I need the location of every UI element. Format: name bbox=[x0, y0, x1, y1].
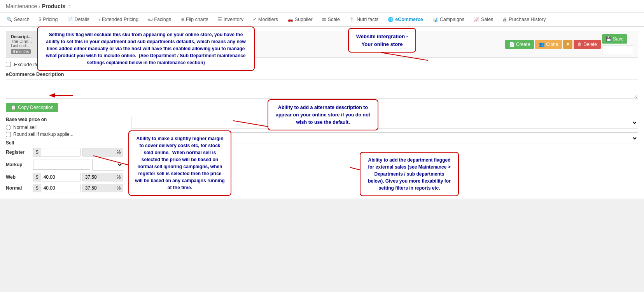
save-icon: 💾 bbox=[606, 36, 612, 42]
register-input-group: $ bbox=[33, 148, 80, 157]
sell-label: Sell bbox=[6, 140, 123, 146]
modifiers-icon: ✓ bbox=[253, 17, 257, 22]
normal-input-group: $ bbox=[33, 184, 80, 192]
normal-price-row: Normal $ % bbox=[6, 184, 123, 192]
tab-sales[interactable]: 📈 Sales bbox=[469, 13, 498, 27]
markup-input[interactable] bbox=[33, 160, 90, 170]
breadcrumb-path: Maintenance bbox=[6, 3, 37, 9]
tab-extended-pricing[interactable]: › Extended Pricing bbox=[94, 13, 144, 27]
round-sell-row: Round sell if markup applie... bbox=[6, 132, 123, 137]
tab-campaigns[interactable]: 📊 Campaigns bbox=[428, 13, 469, 27]
flip-charts-icon: ⊞ bbox=[180, 17, 184, 22]
extended-pricing-icon: › bbox=[99, 17, 100, 22]
lower-section: Base web price on Normal sell Round sell… bbox=[6, 117, 638, 195]
tab-purchase-history[interactable]: 🖨 Purchase History bbox=[498, 13, 550, 27]
desc-label: Descript... bbox=[11, 34, 36, 39]
deactivate-button[interactable]: ✕ Deactivate bbox=[79, 43, 118, 53]
round-sell-label: Round sell if markup applie... bbox=[13, 132, 74, 137]
round-sell-checkbox[interactable] bbox=[6, 132, 11, 137]
web-pct-group: % bbox=[82, 173, 124, 181]
tab-bar: 🔍 Search $ Pricing 📄 Details › Extended … bbox=[0, 13, 644, 27]
web-price-row: Web $ % bbox=[6, 173, 123, 181]
tab-nutri-facts[interactable]: 🍴 Nutri facts bbox=[345, 13, 383, 27]
copy-description-button[interactable]: 📋 Copy Description bbox=[6, 103, 58, 112]
color-input[interactable] bbox=[602, 46, 633, 54]
breadcrumb-pin-icon: ↑ bbox=[68, 3, 71, 9]
web-input-group: $ bbox=[33, 173, 80, 181]
clone-dropdown-button[interactable]: ▼ bbox=[563, 40, 572, 49]
normal-value1[interactable] bbox=[41, 184, 80, 192]
pricing-icon: $ bbox=[39, 17, 42, 22]
register-pct-group: % bbox=[82, 148, 124, 157]
ecommerce-dropdown-1[interactable] bbox=[131, 117, 638, 128]
tab-ecommerce[interactable]: 🌐 eCommerce bbox=[383, 13, 428, 27]
create-button[interactable]: 📄 Create bbox=[505, 40, 534, 49]
create-icon: 📄 bbox=[509, 42, 515, 47]
tab-search[interactable]: 🔍 Search bbox=[2, 13, 34, 27]
normal-sell-row: Normal sell bbox=[6, 125, 123, 130]
ecommerce-dropdown-2[interactable] bbox=[131, 132, 638, 144]
copy-icon: 📋 bbox=[10, 105, 16, 110]
tab-pricing[interactable]: $ Pricing bbox=[34, 13, 63, 27]
active-label: Active bbox=[91, 36, 105, 41]
main-content: Descript... The Dinn... Last upd... 9 mo… bbox=[0, 27, 644, 199]
purchase-history-icon: 🖨 bbox=[502, 17, 507, 22]
register-label: Register bbox=[6, 150, 31, 155]
action-buttons: 📄 Create 👥 Clone ▼ 🗑 Delete 💾 Save bbox=[500, 31, 638, 57]
markup-price-row: Markup bbox=[6, 159, 123, 171]
web-value1[interactable] bbox=[41, 173, 80, 181]
sales-icon: 📈 bbox=[474, 17, 480, 22]
register-value1[interactable] bbox=[41, 148, 80, 156]
inventory-icon: ☰ bbox=[218, 17, 222, 22]
save-button[interactable]: 💾 Save bbox=[602, 34, 627, 44]
markup-label: Markup bbox=[6, 162, 31, 167]
dropdown-row-2 bbox=[131, 132, 638, 144]
left-column: Base web price on Normal sell Round sell… bbox=[6, 117, 123, 195]
markup-dropdown[interactable] bbox=[92, 159, 123, 171]
product-bar: Descript... The Dinn... Last upd... 9 mo… bbox=[6, 31, 638, 58]
web-label: Web bbox=[6, 174, 31, 180]
exclude-label: Exclude item from web updates bbox=[14, 62, 84, 67]
normal-sell-label: Normal sell bbox=[13, 125, 37, 130]
tab-facings[interactable]: 🏷 Facings bbox=[143, 13, 176, 27]
ecommerce-icon: 🌐 bbox=[388, 17, 394, 22]
campaigns-icon: 📊 bbox=[432, 17, 438, 22]
breadcrumb: Maintenance › Products ↑ bbox=[0, 0, 644, 13]
breadcrumb-current: Products bbox=[42, 3, 66, 9]
age-badge: 9 months bbox=[11, 49, 31, 54]
ecommerce-description-label: eCommerce Description bbox=[6, 71, 638, 77]
normal-value2[interactable] bbox=[83, 184, 114, 192]
tab-inventory[interactable]: ☰ Inventory bbox=[213, 13, 248, 27]
supplier-icon: 🚗 bbox=[287, 17, 293, 22]
register-value2[interactable] bbox=[83, 148, 114, 156]
tab-flip-charts[interactable]: ⊞ Flip charts bbox=[176, 13, 213, 27]
tab-modifiers[interactable]: ✓ Modifiers bbox=[248, 13, 283, 27]
ecommerce-description-textarea[interactable] bbox=[6, 79, 638, 99]
tab-supplier[interactable]: 🚗 Supplier bbox=[283, 13, 317, 27]
product-info: Descript... The Dinn... Last upd... 9 mo… bbox=[6, 31, 41, 57]
scale-icon: ⚖ bbox=[322, 17, 326, 22]
delete-button[interactable]: 🗑 Delete bbox=[574, 40, 601, 49]
last-upd: Last upd... bbox=[11, 44, 36, 48]
desc-val: The Dinn... bbox=[11, 39, 36, 44]
deactivate-icon: ✕ bbox=[85, 45, 89, 51]
aws-value: 0.5185 bbox=[49, 44, 63, 50]
normal-pct-group: % bbox=[82, 184, 124, 192]
dropdown-row-1 bbox=[131, 117, 638, 128]
trash-icon: 🗑 bbox=[578, 42, 582, 47]
aws-label: AWS bbox=[51, 39, 61, 44]
register-price-row: Register $ % bbox=[6, 148, 123, 157]
right-column bbox=[131, 117, 638, 195]
tab-details[interactable]: 📄 Details bbox=[63, 13, 94, 27]
details-icon: 📄 bbox=[67, 17, 73, 22]
web-value2[interactable] bbox=[83, 173, 114, 181]
exclude-row: Exclude item from web updates bbox=[6, 62, 638, 67]
clone-button[interactable]: 👥 Clone bbox=[535, 40, 562, 49]
normal-sell-radio[interactable] bbox=[6, 125, 11, 130]
nutri-facts-icon: 🍴 bbox=[349, 17, 355, 22]
tab-scale[interactable]: ⚖ Scale bbox=[317, 13, 345, 27]
normal-label: Normal bbox=[6, 185, 31, 191]
base-price-label: Base web price on bbox=[6, 117, 123, 122]
exclude-checkbox[interactable] bbox=[6, 62, 11, 67]
search-icon: 🔍 bbox=[7, 17, 12, 22]
